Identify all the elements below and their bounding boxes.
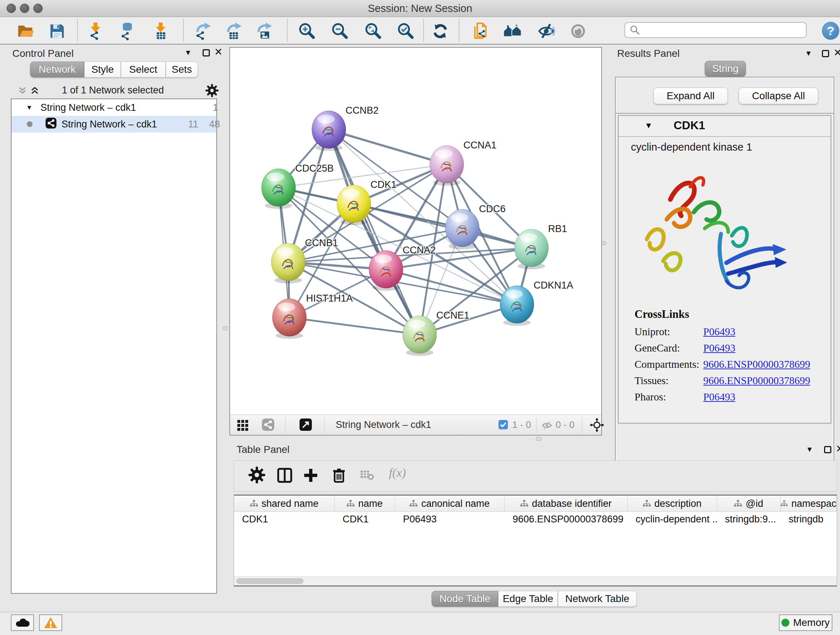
network-node-CDK1[interactable]: CDK1 (337, 179, 396, 225)
network-node-RB1[interactable]: RB1 (515, 223, 567, 269)
cell-database-identifier[interactable]: 9606.ENSP00000378699 (505, 511, 628, 527)
crosslink-link[interactable]: P06493 (703, 342, 736, 354)
network-options-gear-icon[interactable] (205, 84, 218, 98)
network-canvas[interactable]: CCNB2 CCNA1 CDC25B CDK1 CDC6 RB1 CCNB1 C… (230, 48, 601, 415)
table-options-gear-icon[interactable] (248, 467, 265, 485)
tab-string[interactable]: String (705, 61, 746, 77)
selected-count: 1 - 0 (512, 419, 531, 431)
panel-maximize-icon[interactable] (824, 446, 831, 453)
network-node-CDKN1A[interactable]: CDKN1A (500, 280, 573, 326)
network-node-CCNE1[interactable]: CCNE1 (403, 310, 470, 356)
collection-caret-icon[interactable]: ▼ (26, 104, 33, 111)
network-node-CDC6[interactable]: CDC6 (445, 203, 506, 249)
graphics-details-icon[interactable] (537, 22, 556, 41)
import-database-icon[interactable] (118, 22, 137, 41)
bottom-splitter-handle[interactable] (536, 437, 542, 441)
import-table-icon[interactable] (151, 22, 170, 41)
import-network-icon[interactable] (86, 22, 105, 41)
panel-maximize-icon[interactable] (822, 50, 829, 57)
tab-sets[interactable]: Sets (166, 62, 198, 78)
open-in-window-icon[interactable] (300, 418, 312, 432)
save-session-icon[interactable] (48, 22, 66, 41)
grid-view-icon[interactable] (237, 418, 249, 432)
zoom-fit-icon[interactable] (364, 22, 383, 41)
open-session-icon[interactable] (17, 22, 35, 41)
network-node-CCNB2[interactable]: CCNB2 (312, 105, 379, 151)
left-splitter-handle[interactable] (223, 326, 228, 330)
search-input[interactable] (640, 24, 806, 36)
export-image-icon[interactable] (255, 22, 273, 41)
column-header-canonical-name[interactable]: canonical name (395, 496, 505, 511)
zoom-in-icon[interactable] (298, 22, 317, 41)
zoom-selected-icon[interactable] (396, 22, 415, 41)
tab-network[interactable]: Network (30, 62, 84, 78)
delete-column-trash-icon[interactable] (330, 467, 347, 486)
cell-canonical-name[interactable]: P06493 (395, 511, 505, 527)
crosslink-link[interactable]: 9606.ENSP00000378699 (703, 358, 810, 371)
network-collection-row[interactable]: ▼ String Network – cdk1 1 (11, 99, 216, 116)
column-header-namespace[interactable]: namespac (781, 496, 837, 511)
refresh-layout-icon[interactable] (431, 22, 450, 41)
memory-status-dot-icon (782, 619, 789, 627)
tab-style[interactable]: Style (84, 62, 121, 78)
add-column-icon[interactable] (302, 467, 319, 486)
expand-all-button[interactable]: Expand All (653, 88, 728, 104)
export-table-icon[interactable] (224, 22, 243, 41)
column-header-shared-name[interactable]: shared name (234, 496, 335, 511)
panel-float-icon[interactable]: ▼ (185, 49, 192, 57)
warnings-button[interactable] (39, 614, 62, 631)
panel-float-icon[interactable]: ▼ (806, 445, 813, 454)
entry-caret-icon[interactable]: ▼ (645, 121, 653, 130)
string-results-box: Expand All Collapse All ▼ CDK1 cyclin-de… (615, 77, 834, 481)
zoom-out-icon[interactable] (331, 22, 349, 41)
network-row[interactable]: String Network – cdk1 11 48 (11, 116, 216, 133)
help-button[interactable]: ? (822, 22, 839, 40)
cell-namespace[interactable]: stringdb (781, 511, 837, 527)
entry-header[interactable]: ▼ CDK1 (619, 116, 831, 137)
cdk1-entry: ▼ CDK1 cyclin-dependent kinase 1 (618, 115, 831, 424)
tab-edge-table[interactable]: Edge Table (498, 591, 558, 607)
panel-maximize-icon[interactable] (202, 49, 210, 57)
column-header-description[interactable]: description (628, 496, 717, 511)
cell--id[interactable]: stringdb:9... (717, 511, 781, 527)
crosslink-link[interactable]: P06493 (703, 326, 736, 338)
birdseye-crosshair-icon[interactable] (590, 418, 604, 434)
search-box[interactable] (624, 22, 807, 38)
node-label: CDC25B (295, 163, 334, 174)
column-header-name[interactable]: name (335, 496, 395, 511)
memory-button[interactable]: Memory (779, 614, 832, 631)
show-columns-icon[interactable] (276, 467, 294, 486)
scrollbar-thumb[interactable] (236, 578, 303, 584)
network-edge[interactable] (329, 130, 420, 334)
share-session-icon[interactable] (472, 22, 491, 41)
node-label: CCNB1 (305, 238, 338, 249)
panel-close-icon[interactable]: ✕ (214, 49, 223, 56)
network-node-HIST1H1A[interactable]: HIST1H1A (272, 293, 353, 339)
network-node-CCNA1[interactable]: CCNA1 (430, 140, 497, 186)
tab-node-table[interactable]: Node Table (431, 591, 498, 607)
collapse-all-button[interactable]: Collapse All (739, 88, 818, 104)
export-network-icon[interactable] (194, 22, 212, 41)
table-row[interactable]: CDK1CDK1P064939606.ENSP00000378699cyclin… (234, 511, 837, 527)
panel-float-icon[interactable]: ▼ (805, 49, 812, 57)
cybrowser-home-icon[interactable] (503, 22, 522, 41)
panel-close-icon[interactable]: ✕ (836, 445, 840, 453)
protein-structure-image (636, 165, 788, 302)
network-edge[interactable] (329, 130, 447, 165)
cell-name[interactable]: CDK1 (335, 511, 395, 527)
column-header--id[interactable]: @id (717, 496, 781, 511)
tab-select[interactable]: Select (121, 62, 166, 78)
window-title: Session: New Session (0, 3, 840, 14)
table-horizontal-scrollbar[interactable] (234, 576, 837, 585)
selected-checkbox-icon[interactable] (499, 420, 508, 431)
network-share-icon[interactable] (262, 418, 274, 432)
network-edge[interactable] (289, 318, 420, 334)
panel-close-icon[interactable]: ✕ (834, 49, 840, 57)
tab-network-table[interactable]: Network Table (558, 591, 637, 607)
crosslink-link[interactable]: P06493 (703, 391, 736, 403)
crosslink-link[interactable]: 9606.ENSP00000378699 (703, 375, 810, 386)
cell-shared-name[interactable]: CDK1 (234, 511, 335, 527)
cloud-button[interactable] (11, 614, 34, 631)
cell-description[interactable]: cyclin-dependent ... (628, 511, 717, 527)
column-header-database-identifier[interactable]: database identifier (505, 496, 628, 511)
